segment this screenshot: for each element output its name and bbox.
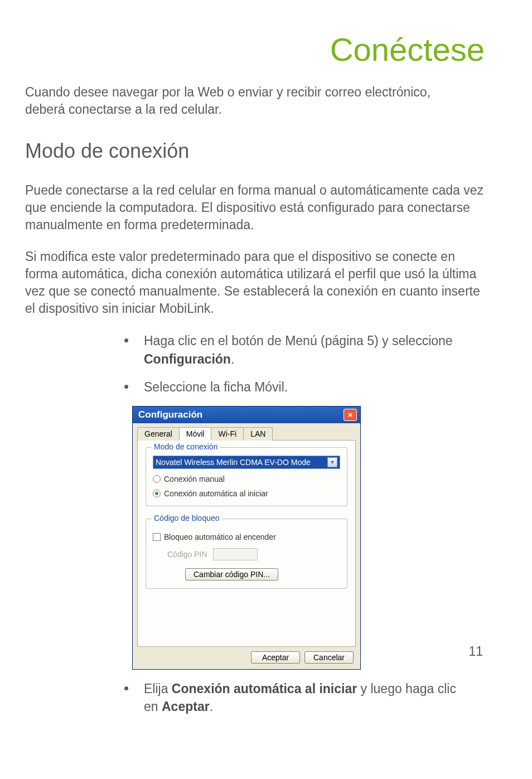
section-heading: Modo de conexión — [25, 139, 507, 163]
bullet-list: Haga clic en el botón de Menú (página 5)… — [124, 332, 507, 396]
dialog-title: Configuración — [138, 409, 202, 420]
radio-auto-label: Conexión automática al iniciar — [164, 489, 268, 498]
bullet-dot-icon — [124, 338, 128, 342]
config-dialog: Configuración × General Móvil Wi-Fi LAN … — [132, 406, 361, 670]
tab-movil[interactable]: Móvil — [179, 427, 212, 441]
radio-manual-connection[interactable]: Conexión manual — [153, 475, 340, 483]
bullet-dot-icon — [124, 686, 128, 690]
bullet3-bold1: Conexión automática al iniciar — [172, 681, 357, 696]
chevron-down-icon: ▼ — [327, 457, 337, 467]
page-number: 11 — [468, 644, 483, 659]
bullet-dot-icon — [124, 385, 128, 389]
intro-paragraph: Cuando desee navegar por la Web o enviar… — [25, 84, 507, 118]
fieldset-lock-code: Código de bloqueo Bloqueo automático al … — [146, 519, 347, 589]
page-title: Conéctese — [25, 31, 507, 68]
bullet-item-3: Elija Conexión automática al iniciar y l… — [124, 680, 473, 715]
bullet1-bold: Configuración — [144, 352, 231, 366]
radio-icon — [153, 490, 161, 497]
bullet-item-2: Seleccione la ficha Móvil. — [124, 378, 473, 396]
pin-row: Código PIN — [167, 548, 340, 560]
radio-icon — [153, 475, 161, 483]
tab-lan[interactable]: LAN — [243, 427, 273, 441]
paragraph-2: Si modifica este valor predeterminado pa… — [25, 248, 507, 317]
cancel-button[interactable]: Cancelar — [304, 651, 354, 664]
dialog-titlebar: Configuración × — [133, 407, 360, 423]
bullet2-text: Seleccione la ficha Móvil. — [144, 378, 473, 396]
fieldset-connection-mode: Modo de conexión Novatel Wireless Merlin… — [146, 447, 347, 506]
bullet-list-2: Elija Conexión automática al iniciar y l… — [124, 680, 507, 715]
checkbox-auto-lock-label: Bloqueo automático al encender — [164, 533, 276, 541]
dialog-screenshot: Configuración × General Móvil Wi-Fi LAN … — [132, 406, 361, 670]
legend-lock-code: Código de bloqueo — [152, 514, 222, 522]
tabs-row: General Móvil Wi-Fi LAN — [137, 427, 356, 441]
paragraph-1: Puede conectarse a la red celular en for… — [25, 182, 507, 234]
pin-input[interactable] — [213, 548, 258, 560]
checkbox-auto-lock[interactable]: Bloqueo automático al encender — [153, 533, 340, 541]
legend-connection-mode: Modo de conexión — [152, 442, 220, 451]
bullet1-pre: Haga clic en el botón de Menú (página 5)… — [144, 333, 453, 348]
device-select[interactable]: Novatel Wireless Merlin CDMA EV-DO Mode … — [153, 456, 340, 469]
close-icon: × — [348, 410, 353, 419]
radio-manual-label: Conexión manual — [164, 475, 225, 483]
device-select-value: Novatel Wireless Merlin CDMA EV-DO Mode — [156, 458, 311, 467]
bullet-item-1: Haga clic en el botón de Menú (página 5)… — [124, 332, 473, 367]
bullet3-pre: Elija — [144, 681, 172, 696]
bullet1-post: . — [231, 352, 234, 366]
change-pin-button[interactable]: Cambiar código PIN... — [185, 568, 278, 580]
tab-general[interactable]: General — [137, 427, 180, 441]
checkbox-icon — [153, 533, 161, 541]
tab-panel-movil: Modo de conexión Novatel Wireless Merlin… — [137, 441, 356, 647]
pin-label: Código PIN — [167, 550, 207, 559]
ok-button[interactable]: Aceptar — [251, 651, 300, 664]
dialog-button-row: Aceptar Cancelar — [137, 647, 356, 664]
radio-auto-connection[interactable]: Conexión automática al iniciar — [153, 489, 340, 498]
close-button[interactable]: × — [344, 409, 357, 421]
tab-wifi[interactable]: Wi-Fi — [211, 427, 244, 441]
bullet3-bold2: Aceptar — [162, 699, 210, 714]
dialog-body: General Móvil Wi-Fi LAN Modo de conexión… — [133, 423, 360, 669]
bullet3-post: . — [210, 699, 213, 714]
